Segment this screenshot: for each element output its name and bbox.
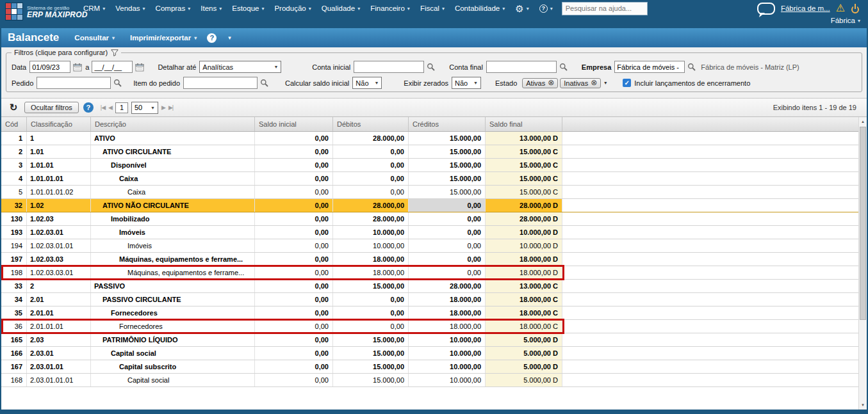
- table-row[interactable]: 1941.02.03.01.01Imóveis0,0010.000,000,00…: [1, 239, 858, 253]
- table-row[interactable]: 1981.02.03.03.01Máquinas, equipamentos e…: [1, 266, 858, 280]
- app-logo[interactable]: Sistema de gestão ERP MAXIPROD: [5, 3, 88, 20]
- menu-estoque[interactable]: Estoque▾: [227, 4, 269, 12]
- column-header[interactable]: Saldo final: [486, 117, 562, 131]
- help-icon[interactable]: ?: [83, 102, 94, 113]
- pedido-input[interactable]: [37, 77, 111, 89]
- menu-financeiro[interactable]: Financeiro▾: [365, 4, 415, 12]
- search-icon[interactable]: [686, 61, 697, 72]
- cell-cred: 28.000,00: [409, 280, 486, 292]
- table-row[interactable]: 342.01PASSIVO CIRCULANTE0,000,0018.000,0…: [1, 293, 858, 307]
- chevron-down-icon[interactable]: ▾: [228, 35, 231, 41]
- exibir-zerados-select[interactable]: Não ▼: [452, 77, 481, 89]
- vertical-scrollbar[interactable]: ▲ ▼: [858, 117, 867, 410]
- menu-crm[interactable]: CRM▾: [78, 4, 110, 12]
- item-pedido-input[interactable]: [183, 77, 258, 89]
- calendar-icon[interactable]: [72, 61, 83, 72]
- next-page-button[interactable]: ▶: [161, 104, 165, 111]
- menu-vendas[interactable]: Vendas▾: [110, 4, 150, 12]
- estado-tag[interactable]: Ativas⊗: [522, 78, 558, 88]
- table-row[interactable]: 362.01.01.01Fornecedores0,000,0018.000,0…: [1, 320, 858, 333]
- calcular-saldo-select[interactable]: Não ▼: [352, 77, 382, 89]
- data-inicial-input[interactable]: [29, 61, 70, 73]
- menu-qualidade[interactable]: Qualidade▾: [316, 4, 365, 12]
- refresh-icon[interactable]: ↻: [7, 102, 20, 113]
- estado-tag[interactable]: Inativas⊗: [560, 78, 601, 88]
- search-icon[interactable]: [112, 77, 123, 88]
- table-row[interactable]: 31.01.01Disponível0,000,0015.000,0015.00…: [1, 159, 858, 172]
- cell-filler: [562, 199, 858, 212]
- help-menu[interactable]: ? ▾: [534, 4, 558, 13]
- table-row[interactable]: 1971.02.03.03Máquinas, equipamentos e fe…: [1, 253, 858, 266]
- table-row[interactable]: 321.02ATIVO NÃO CIRCULANTE0,0028.000,000…: [1, 199, 858, 212]
- empresa-input[interactable]: [614, 61, 685, 73]
- column-header[interactable]: Créditos: [409, 117, 486, 131]
- chat-icon[interactable]: [757, 3, 775, 15]
- last-page-button[interactable]: ▶|: [168, 104, 173, 111]
- table-row[interactable]: 352.01.01Fornecedores0,000,0018.000,0018…: [1, 307, 858, 320]
- cell-si: 0,00: [255, 159, 333, 171]
- cell-cred: 0,00: [409, 199, 486, 212]
- remove-tag-icon[interactable]: ⊗: [548, 79, 554, 86]
- cell-cls: 1.02.03.03: [27, 253, 91, 266]
- page-size-select[interactable]: 50 ▼: [131, 102, 158, 114]
- table-row[interactable]: 1931.02.03.01Imóveis0,0010.000,000,0010.…: [1, 226, 858, 239]
- table-row[interactable]: 11ATIVO0,0028.000,0015.000,0013.000,00 D: [1, 132, 858, 145]
- table-row[interactable]: 41.01.01.01Caixa0,000,0015.000,0015.000,…: [1, 172, 858, 186]
- table-row[interactable]: 1662.03.01Capital social0,0015.000,0010.…: [1, 347, 858, 360]
- grid-header: CódClassificaçãoDescriçãoSaldo inicialDé…: [1, 117, 858, 132]
- encerramento-checkbox[interactable]: ✓: [623, 79, 631, 87]
- company-link[interactable]: Fábrica de m...: [781, 4, 830, 12]
- scroll-down-button[interactable]: ▼: [859, 401, 867, 410]
- column-header[interactable]: Descrição: [91, 117, 255, 131]
- filters-legend[interactable]: Filtros (clique para configurar): [12, 49, 121, 56]
- menu-producao[interactable]: Produção▾: [269, 4, 316, 12]
- data-final-input[interactable]: [92, 61, 133, 73]
- table-row[interactable]: 51.01.01.01.02Caixa0,000,0015.000,0015.0…: [1, 186, 858, 199]
- help-search-input[interactable]: [562, 2, 648, 15]
- settings-menu[interactable]: ⚙ ▾: [510, 4, 534, 13]
- prev-page-button[interactable]: ◀: [108, 104, 112, 111]
- cell-desc: Disponível: [91, 159, 255, 171]
- table-row[interactable]: 332PASSIVO0,0015.000,0028.000,0013.000,0…: [1, 280, 858, 293]
- column-header[interactable]: Classificação: [27, 117, 91, 131]
- menu-fiscal[interactable]: Fiscal▾: [415, 4, 450, 12]
- search-icon[interactable]: [558, 61, 569, 72]
- cell-cls: 2.03.01.01: [27, 360, 91, 373]
- table-row[interactable]: 1682.03.01.01.01Capital social0,0015.000…: [1, 374, 858, 387]
- first-page-button[interactable]: |◀: [101, 104, 105, 111]
- table-row[interactable]: 1301.02.03Imobilizado0,0028.000,000,0028…: [1, 212, 858, 226]
- cell-desc: Máquinas, equipamentos e ferrame...: [91, 266, 255, 279]
- cell-cls: 1.02.03.01.01: [27, 239, 91, 252]
- column-header[interactable]: Cód: [1, 117, 27, 131]
- conta-final-input[interactable]: [486, 61, 557, 73]
- page-number-input[interactable]: 1: [115, 102, 128, 113]
- table-row[interactable]: 21.01ATIVO CIRCULANTE0,000,0015.000,0015…: [1, 145, 858, 159]
- remove-tag-icon[interactable]: ⊗: [591, 79, 597, 86]
- detalhar-select[interactable]: Analíticas ▼: [199, 61, 281, 73]
- imprimir-exportar-menu[interactable]: Imprimir/exportar ▾: [130, 34, 197, 42]
- power-icon[interactable]: [851, 4, 860, 13]
- calendar-icon[interactable]: [134, 61, 145, 72]
- menu-compras[interactable]: Compras▾: [151, 4, 196, 12]
- scroll-up-button[interactable]: ▲: [859, 117, 867, 126]
- estado-dropdown-icon[interactable]: ▾: [601, 77, 610, 89]
- column-header[interactable]: Saldo inicial: [255, 117, 333, 131]
- help-icon[interactable]: ?: [207, 33, 217, 43]
- warning-icon[interactable]: ⚠: [836, 3, 845, 13]
- cell-filler: [562, 333, 858, 346]
- ocultar-filtros-button[interactable]: Ocultar filtros: [24, 102, 79, 113]
- cell-filler: [562, 360, 858, 373]
- search-icon[interactable]: [259, 77, 270, 88]
- cell-sf: 18.000,00 D: [486, 253, 562, 266]
- search-icon[interactable]: [425, 61, 436, 72]
- table-row[interactable]: 1652.03PATRIMÔNIO LÍQUIDO0,0015.000,0010…: [1, 333, 858, 347]
- conta-inicial-input[interactable]: [354, 61, 424, 73]
- table-row[interactable]: 1672.03.01.01Capital subscrito0,0015.000…: [1, 360, 858, 374]
- column-header[interactable]: Débitos: [333, 117, 409, 131]
- items-count: Exibindo itens 1 - 19 de 19: [773, 104, 856, 111]
- menu-itens[interactable]: Itens▾: [195, 4, 227, 12]
- company-selector[interactable]: Fábrica ▾: [831, 17, 860, 24]
- menu-contabilidade[interactable]: Contabilidade▾: [450, 4, 510, 12]
- scrollbar-thumb[interactable]: [860, 127, 866, 320]
- consultar-menu[interactable]: Consultar ▾: [74, 34, 115, 42]
